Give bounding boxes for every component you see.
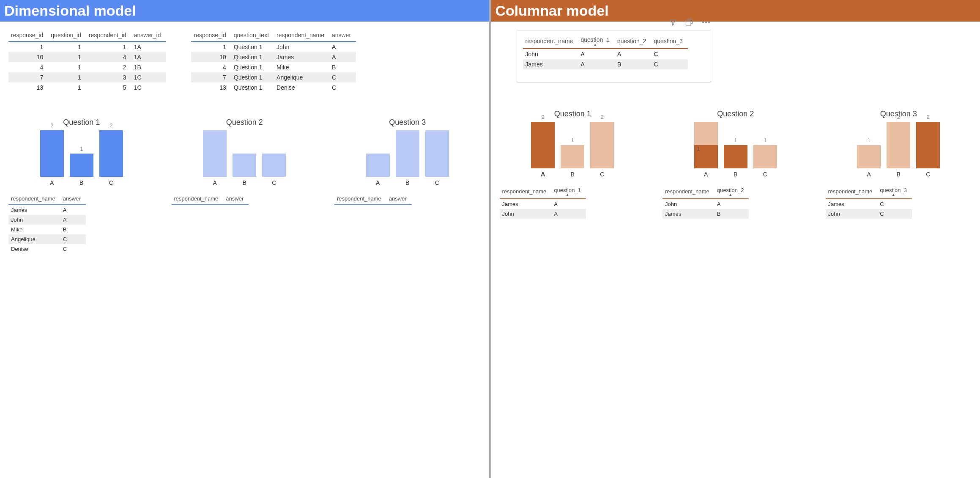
response-subtable[interactable]: respondent_nameanswer bbox=[334, 194, 412, 205]
chart-question-3[interactable]: Question 3ABCrespondent_nameanswer bbox=[334, 118, 481, 254]
table-row[interactable]: 10Question 1JamesA bbox=[191, 52, 356, 62]
column-header[interactable]: answer bbox=[329, 30, 356, 41]
bar-category-label: B bbox=[79, 179, 83, 186]
chart-question-1[interactable]: Question 12A1B2Crespondent_nameanswerJam… bbox=[8, 118, 155, 254]
bar[interactable]: 2A bbox=[40, 122, 64, 186]
bar-rect bbox=[99, 130, 123, 177]
table-row[interactable]: 7Question 1AngeliqueC bbox=[191, 72, 356, 82]
table-row[interactable]: JohnAAC bbox=[523, 49, 688, 59]
bar-category-label: C bbox=[435, 179, 439, 186]
table-row[interactable]: 10141A bbox=[8, 52, 166, 62]
bar-category-label: B bbox=[571, 171, 575, 178]
column-header[interactable]: answer bbox=[386, 194, 412, 205]
bar[interactable]: C bbox=[425, 122, 449, 186]
column-header[interactable]: answer bbox=[223, 194, 249, 205]
table-row[interactable]: 4Question 1MikeB bbox=[191, 62, 356, 72]
bar[interactable]: B bbox=[233, 146, 256, 186]
column-header[interactable]: respondent_name bbox=[274, 30, 329, 41]
column-header[interactable]: question_1▲ bbox=[578, 35, 615, 49]
column-header[interactable]: question_id bbox=[48, 30, 86, 41]
column-header[interactable]: question_2▲ bbox=[714, 185, 749, 199]
dimensional-table-text[interactable]: response_idquestion_textrespondent_namea… bbox=[191, 30, 356, 93]
table-cell: 1A bbox=[131, 52, 166, 62]
column-header[interactable]: question_3 bbox=[651, 35, 688, 49]
filter-icon[interactable] bbox=[669, 18, 677, 29]
table-cell: 1 bbox=[48, 82, 86, 93]
chart-question-2[interactable]: Question 2ABCrespondent_nameanswer bbox=[172, 118, 318, 254]
more-icon[interactable] bbox=[701, 18, 711, 29]
table-row[interactable]: JohnA bbox=[500, 209, 586, 219]
table-cell: Question 1 bbox=[231, 41, 274, 52]
bar[interactable]: 1C bbox=[753, 137, 777, 178]
bar[interactable]: 1B bbox=[70, 146, 93, 186]
table-row[interactable]: JamesC bbox=[826, 199, 912, 209]
column-header[interactable]: respondent_name bbox=[826, 185, 878, 199]
columnar-table[interactable]: respondent_namequestion_1▲question_2ques… bbox=[523, 35, 688, 69]
bar-value-label: 2 bbox=[927, 114, 930, 120]
bar[interactable]: 2C bbox=[916, 114, 940, 178]
bar[interactable]: 2C bbox=[590, 114, 614, 178]
table-row[interactable]: 13Question 1DeniseC bbox=[191, 82, 356, 93]
table-row[interactable]: 7131C bbox=[8, 72, 166, 82]
bar[interactable]: B bbox=[396, 122, 419, 186]
table-cell: John bbox=[8, 215, 60, 225]
table-row[interactable]: AngeliqueC bbox=[8, 234, 86, 244]
table-row[interactable]: JohnA bbox=[8, 215, 86, 225]
table-row[interactable]: JamesA bbox=[8, 205, 86, 215]
bar[interactable]: 1B bbox=[724, 137, 747, 178]
column-header[interactable]: respondent_name bbox=[172, 194, 224, 205]
chart-question-3[interactable]: Question 31A2B2Crespondent_namequestion_… bbox=[826, 110, 972, 219]
column-header[interactable]: question_text bbox=[231, 30, 274, 41]
table-cell: Question 1 bbox=[231, 62, 274, 72]
bar[interactable]: A bbox=[366, 146, 390, 186]
column-header[interactable]: response_id bbox=[8, 30, 48, 41]
column-header[interactable]: answer bbox=[60, 194, 86, 205]
column-header[interactable]: question_1▲ bbox=[551, 185, 586, 199]
column-header[interactable]: respondent_name bbox=[334, 194, 386, 205]
column-header[interactable]: question_3▲ bbox=[877, 185, 912, 199]
column-header[interactable]: respondent_id bbox=[86, 30, 131, 41]
column-header[interactable]: respondent_name bbox=[8, 194, 60, 205]
column-header[interactable]: answer_id bbox=[131, 30, 166, 41]
table-row[interactable]: 1Question 1JohnA bbox=[191, 41, 356, 52]
table-row[interactable]: MikeB bbox=[8, 225, 86, 234]
column-header[interactable]: respondent_name bbox=[523, 35, 578, 49]
response-subtable[interactable]: respondent_namequestion_2▲JohnAJamesB bbox=[662, 185, 749, 219]
table-row[interactable]: 13151C bbox=[8, 82, 166, 93]
chart-question-2[interactable]: Question 21A1B1Crespondent_namequestion_… bbox=[662, 110, 809, 219]
column-header[interactable]: respondent_name bbox=[500, 185, 552, 199]
bar[interactable]: 2C bbox=[99, 122, 123, 186]
table-row[interactable]: JamesB bbox=[662, 209, 749, 219]
bar[interactable]: 1A bbox=[694, 114, 718, 178]
table-cell: C bbox=[60, 244, 86, 254]
response-subtable[interactable]: respondent_nameanswerJamesAJohnAMikeBAng… bbox=[8, 194, 86, 254]
table-row[interactable]: JamesABC bbox=[523, 59, 688, 69]
table-cell: 3 bbox=[86, 72, 131, 82]
column-header[interactable]: respondent_name bbox=[662, 185, 714, 199]
table-row[interactable]: 4121B bbox=[8, 62, 166, 72]
table-cell: C bbox=[60, 234, 86, 244]
bar[interactable]: 1B bbox=[561, 137, 584, 178]
bar[interactable]: 1A bbox=[857, 137, 881, 178]
bar-category-label: A bbox=[867, 171, 871, 178]
bar[interactable]: 2B bbox=[887, 114, 910, 178]
column-header[interactable]: response_id bbox=[191, 30, 231, 41]
bar[interactable]: A bbox=[203, 122, 227, 186]
chart-question-1[interactable]: Question 12A1B2Crespondent_namequestion_… bbox=[500, 110, 646, 219]
table-cell: A bbox=[551, 199, 586, 209]
bar[interactable]: 2A bbox=[531, 114, 555, 178]
column-header[interactable]: question_2 bbox=[615, 35, 652, 49]
table-row[interactable]: DeniseC bbox=[8, 244, 86, 254]
focus-icon[interactable] bbox=[685, 18, 693, 29]
bar-value-label: 1 bbox=[868, 137, 871, 143]
table-row[interactable]: JohnA bbox=[662, 199, 749, 209]
table-row[interactable]: 1111A bbox=[8, 41, 166, 52]
columnar-table-card[interactable]: respondent_namequestion_1▲question_2ques… bbox=[517, 30, 711, 82]
dimensional-table-ids[interactable]: response_idquestion_idrespondent_idanswe… bbox=[8, 30, 166, 93]
bar[interactable]: C bbox=[262, 146, 286, 186]
response-subtable[interactable]: respondent_nameanswer bbox=[172, 194, 249, 205]
table-row[interactable]: JamesA bbox=[500, 199, 586, 209]
response-subtable[interactable]: respondent_namequestion_3▲JamesCJohnC bbox=[826, 185, 912, 219]
response-subtable[interactable]: respondent_namequestion_1▲JamesAJohnA bbox=[500, 185, 586, 219]
table-row[interactable]: JohnC bbox=[826, 209, 912, 219]
